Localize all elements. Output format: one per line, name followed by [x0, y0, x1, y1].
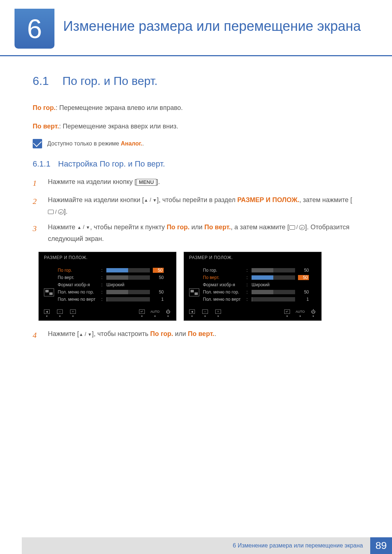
osd-row-label: Пол. меню по гор.: [58, 290, 98, 295]
step-number: 1: [33, 176, 41, 190]
osd-auto-icon: AUTO▼: [297, 309, 303, 317]
osd-back-icon: ◄▼: [44, 309, 50, 317]
step-2: 2 Нажимайте на изделии кнопки [/], чтобы…: [33, 194, 359, 218]
arrow-up-down-icon: /: [79, 330, 92, 339]
chapter-header: 6 Изменение размера или перемещение экра…: [0, 0, 392, 56]
step-3: 3 Нажмите /, чтобы перейти к пункту По г…: [33, 221, 359, 245]
step-4: 4 Нажмите [/], чтобы настроить По гор. и…: [33, 328, 359, 342]
menu-button-label: MENU: [136, 179, 156, 186]
osd-title: РАЗМЕР И ПОЛОЖ.: [39, 252, 176, 263]
osd-row-label: По гор.: [203, 268, 244, 273]
osd-plus-icon: +▼: [70, 309, 76, 317]
osd-value: Широкий: [252, 282, 270, 287]
osd-slider: [252, 275, 295, 280]
osd-row-label: По гор.: [58, 268, 98, 273]
osd-enter-icon: ↵▼: [284, 309, 290, 317]
osd-title: РАЗМЕР И ПОЛОЖ.: [184, 252, 321, 263]
osd-value: Широкий: [106, 282, 124, 287]
section-heading: 6.1 По гор. и По верт.: [33, 74, 359, 88]
subsection-heading: 6.1.1 Настройка По гор. и По верт.: [33, 159, 359, 169]
intro-line-2: По верт.: Перемещение экрана вверх или в…: [33, 121, 359, 132]
osd-screenshots: РАЗМЕР И ПОЛОЖ. По гор.:50 По верт.:50 Ф…: [38, 252, 359, 321]
analog-note: Доступно только в режиме Аналог..: [33, 139, 359, 148]
osd-enter-icon: ↵▼: [139, 309, 145, 317]
osd-value: 50: [298, 268, 309, 273]
osd-row-label: По верт.: [203, 275, 244, 280]
step-number: 2: [33, 194, 41, 218]
section-number: 6.1: [33, 74, 54, 88]
page-number: 89: [370, 537, 392, 554]
osd-row-label: Пол. меню по верт: [58, 297, 98, 302]
osd-row-label: Формат изобр-я: [58, 282, 98, 287]
chapter-title: Изменение размера или перемещение экрана: [63, 9, 361, 35]
osd-plus-icon: +▼: [215, 309, 221, 317]
source-enter-icon: /: [289, 223, 305, 232]
osd-row-label: Пол. меню по гор.: [203, 290, 244, 295]
osd-minus-icon: −▼: [57, 309, 63, 317]
osd-row-label: По верт.: [58, 275, 98, 280]
osd-toolbar: ◄▼ −▼ +▼ ↵▼ AUTO▼ ⏻▼: [184, 308, 321, 320]
page-footer: 6 Изменение размера или перемещение экра…: [0, 537, 392, 554]
osd-value: 1: [298, 297, 309, 302]
osd-value: 1: [153, 297, 164, 302]
arrow-up-down-icon: /: [144, 196, 157, 205]
osd-slider: [252, 290, 295, 294]
osd-panel-horizontal: РАЗМЕР И ПОЛОЖ. По гор.:50 По верт.:50 Ф…: [38, 252, 176, 321]
term-horizontal: По гор.: [33, 104, 56, 111]
osd-power-icon: ⏻▼: [310, 309, 316, 317]
osd-row-label: Пол. меню по верт: [203, 297, 244, 302]
osd-auto-icon: AUTO▼: [152, 309, 158, 317]
source-enter-icon: /: [48, 208, 64, 217]
subsection-number: 6.1.1: [33, 159, 52, 169]
osd-value: 50: [153, 275, 164, 280]
osd-minus-icon: −▼: [202, 309, 208, 317]
osd-slider: [106, 297, 150, 301]
osd-back-icon: ◄▼: [189, 309, 195, 317]
subsection-title: Настройка По гор. и По верт.: [58, 159, 165, 169]
note-icon: [33, 139, 42, 148]
step-number: 3: [33, 221, 41, 245]
step-1: 1 Нажмите на изделии кнопку [MENU].: [33, 176, 359, 190]
osd-slider: [252, 297, 295, 301]
note-text: Доступно только в режиме Аналог..: [47, 140, 144, 147]
osd-slider: [106, 268, 150, 272]
osd-value: 50: [298, 275, 309, 280]
intro-line-1: По гор.: Перемещение экрана влево или вп…: [33, 102, 359, 114]
osd-power-icon: ⏻▼: [165, 309, 171, 317]
osd-slider: [106, 275, 150, 280]
chapter-number-badge: 6: [15, 9, 54, 49]
step-number: 4: [33, 328, 41, 342]
osd-slider: [252, 268, 295, 272]
osd-value: 50: [298, 290, 309, 295]
osd-slider: [106, 290, 150, 294]
arrow-up-down-icon: /: [77, 223, 90, 232]
footer-text: 6 Изменение размера или перемещение экра…: [22, 537, 370, 554]
osd-size-icon: [44, 288, 54, 296]
osd-row-label: Формат изобр-я: [203, 282, 244, 287]
osd-panel-vertical: РАЗМЕР И ПОЛОЖ. По гор.:50 По верт.:50 Ф…: [184, 252, 322, 321]
osd-value: 50: [153, 290, 164, 295]
osd-toolbar: ◄▼ −▼ +▼ ↵▼ AUTO▼ ⏻▼: [39, 308, 176, 320]
term-vertical: По верт.: [33, 123, 59, 130]
section-title: По гор. и По верт.: [62, 74, 158, 88]
osd-value: 50: [153, 268, 164, 273]
steps-list: 1 Нажмите на изделии кнопку [MENU]. 2 На…: [33, 176, 359, 342]
osd-size-icon: [189, 288, 199, 296]
